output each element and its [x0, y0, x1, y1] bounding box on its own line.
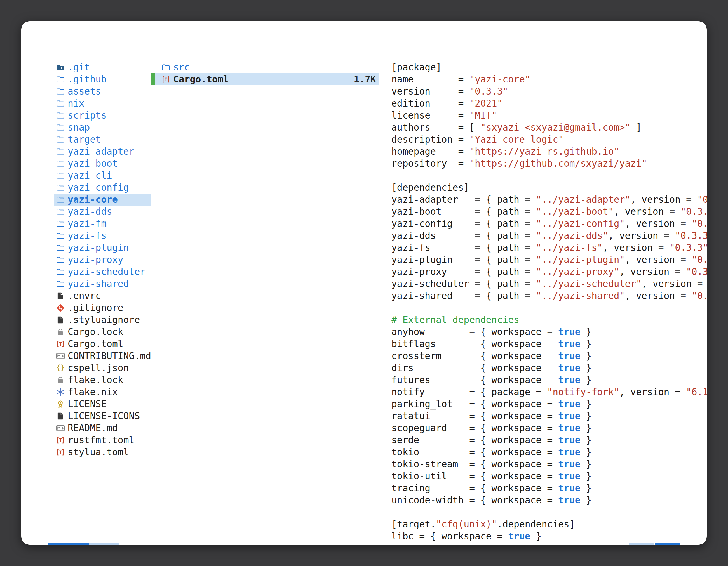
file-name: yazi-cli — [68, 170, 112, 181]
file-row[interactable]: flake.lock — [54, 374, 151, 386]
file-icon — [56, 315, 65, 324]
folder-icon — [56, 231, 65, 240]
status-file-name: Cargo.toml — [131, 543, 187, 545]
file-row[interactable]: README.md — [54, 422, 151, 434]
folder-icon — [56, 183, 65, 192]
preview-line: # External dependencies — [391, 314, 707, 326]
file-row[interactable]: cspell.json — [54, 362, 151, 374]
preview-line: [target."cfg(unix)".dependencies] — [391, 518, 707, 530]
file-row[interactable]: yazi-config — [54, 182, 151, 194]
folder-icon — [56, 111, 65, 120]
file-row[interactable]: .github — [54, 73, 151, 85]
file-row[interactable]: .git — [54, 61, 151, 73]
file-row[interactable]: yazi-shared — [54, 278, 151, 290]
file-name: stylua.toml — [68, 447, 129, 457]
file-row[interactable]: LICENSE — [54, 398, 151, 410]
file-row[interactable]: Cargo.toml 1.7K — [151, 73, 379, 85]
nix-icon — [56, 387, 65, 396]
folder-icon — [56, 75, 65, 84]
preview-line: homepage = "https://yazi-rs.github.io" — [391, 146, 707, 158]
file-icon — [56, 291, 65, 300]
file-row[interactable]: yazi-boot — [54, 158, 151, 170]
file-row[interactable]: .styluaignore — [54, 314, 151, 326]
file-name: assets — [68, 86, 101, 97]
preview-line: unicode-width = { workspace = true } — [391, 494, 707, 506]
file-row[interactable]: scripts — [54, 109, 151, 121]
file-row[interactable]: stylua.toml — [54, 446, 151, 458]
folder-icon — [56, 207, 65, 216]
folder-icon — [56, 280, 65, 288]
file-name: Cargo.lock — [68, 326, 123, 337]
preview-line — [391, 302, 707, 314]
preview-line: authors = [ "sxyazi <sxyazi@gmail.com>" … — [391, 121, 707, 133]
file-name: yazi-boot — [68, 158, 118, 169]
file-row[interactable]: yazi-core — [54, 194, 151, 206]
file-name: .gitignore — [68, 302, 123, 313]
file-name: flake.lock — [68, 374, 123, 385]
file-row[interactable]: yazi-fm — [54, 218, 151, 230]
lock-icon — [56, 375, 65, 384]
file-row[interactable]: snap — [54, 121, 151, 133]
file-row[interactable]: yazi-adapter — [54, 146, 151, 158]
file-name: LICENSE — [68, 398, 107, 409]
scroll-position: Bot — [629, 542, 654, 545]
folder-icon — [56, 135, 65, 144]
file-name: CONTRIBUTING.md — [68, 350, 151, 361]
file-name: .envrc — [68, 290, 101, 301]
file-row[interactable]: yazi-plugin — [54, 242, 151, 254]
file-name: yazi-scheduler — [68, 266, 145, 277]
file-name: cspell.json — [68, 362, 129, 373]
preview-pane: [package]name = "yazi-core"version = "0.… — [391, 61, 707, 542]
status-file-size: 1.7K — [89, 542, 119, 545]
preview-line — [391, 506, 707, 518]
preview-line: description = "Yazi core logic" — [391, 133, 707, 146]
folder-icon — [56, 195, 65, 204]
status-bar: NORMAL 1.7K Cargo.toml -rw-r--r-- Bot 2/… — [48, 542, 680, 545]
preview-line: yazi-scheduler = { path = "../yazi-sched… — [391, 278, 707, 290]
file-row[interactable]: assets — [54, 85, 151, 97]
toml-icon — [161, 75, 170, 84]
folder-icon — [56, 123, 65, 132]
file-row[interactable]: yazi-dds — [54, 206, 151, 218]
file-name: yazi-config — [68, 182, 129, 193]
folder-icon — [56, 159, 65, 168]
preview-line: yazi-adapter = { path = "../yazi-adapter… — [391, 194, 707, 206]
file-name: LICENSE-ICONS — [68, 410, 140, 421]
file-row[interactable]: target — [54, 133, 151, 146]
file-name: flake.nix — [68, 386, 118, 397]
md-icon — [56, 424, 65, 433]
file-row[interactable]: yazi-cli — [54, 170, 151, 182]
file-row[interactable]: LICENSE-ICONS — [54, 410, 151, 422]
file-row[interactable]: yazi-scheduler — [54, 266, 151, 278]
file-row[interactable]: Cargo.lock — [54, 326, 151, 338]
preview-line: yazi-boot = { path = "../yazi-boot", ver… — [391, 206, 707, 218]
file-name: yazi-fm — [68, 218, 107, 229]
file-row[interactable]: flake.nix — [54, 386, 151, 398]
file-row[interactable]: yazi-fs — [54, 230, 151, 242]
file-row[interactable]: src — [151, 61, 379, 73]
file-name: nix — [68, 98, 84, 109]
preview-line: yazi-config = { path = "../yazi-config",… — [391, 218, 707, 230]
preview-line: serde = { workspace = true } — [391, 434, 707, 446]
folder-icon — [56, 267, 65, 276]
toml-icon — [56, 436, 65, 445]
file-name: snap — [68, 122, 90, 133]
file-row[interactable]: .envrc — [54, 290, 151, 302]
license-icon — [56, 400, 65, 408]
file-row[interactable]: rustfmt.toml — [54, 434, 151, 446]
preview-line: yazi-plugin = { path = "../yazi-plugin",… — [391, 254, 707, 266]
preview-line: license = "MIT" — [391, 109, 707, 121]
file-row[interactable]: nix — [54, 97, 151, 109]
file-row[interactable]: yazi-proxy — [54, 254, 151, 266]
preview-line: ratatui = { workspace = true } — [391, 410, 707, 422]
file-row[interactable]: Cargo.toml — [54, 338, 151, 350]
preview-line: tokio = { workspace = true } — [391, 446, 707, 458]
file-icon — [56, 412, 65, 420]
file-row[interactable]: CONTRIBUTING.md — [54, 350, 151, 362]
preview-line: libc = { workspace = true } — [391, 530, 707, 542]
file-name: .styluaignore — [68, 314, 140, 325]
parent-pane: .git .github assets nix scripts — [54, 61, 151, 458]
file-name: yazi-fs — [68, 230, 107, 241]
file-row[interactable]: .gitignore — [54, 302, 151, 314]
toml-icon — [56, 339, 65, 348]
